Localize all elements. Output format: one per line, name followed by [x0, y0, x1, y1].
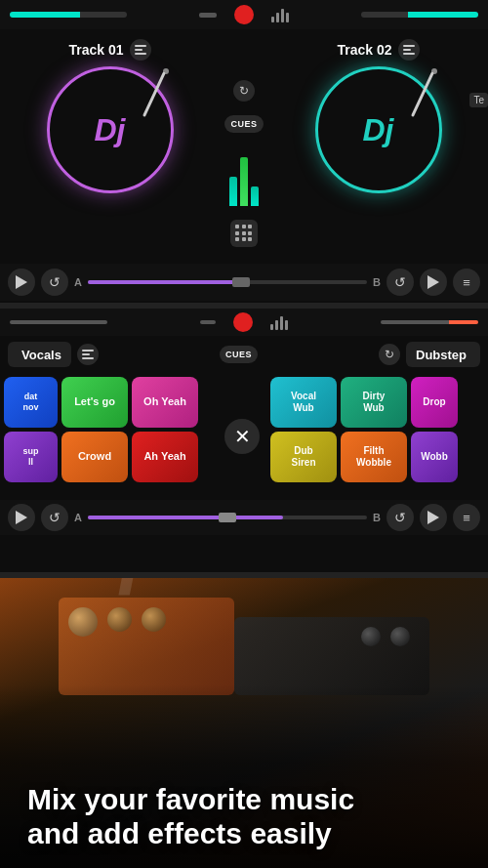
- grid-dot: [235, 231, 239, 235]
- pad-dub-siren[interactable]: DubSiren: [270, 432, 337, 482]
- pads-waveform-right: [381, 320, 478, 324]
- repeat-button-right-2[interactable]: ↺: [386, 504, 414, 531]
- pad-ah-yeah[interactable]: Ah Yeah: [132, 432, 198, 482]
- record-button[interactable]: [234, 5, 254, 24]
- knob-5: [361, 627, 381, 646]
- pads-left-column: datnov Let's go Oh Yeah supll Crowd Ah Y…: [4, 377, 214, 496]
- menu-icon: ≡: [463, 275, 470, 290]
- play-button-right[interactable]: [420, 269, 447, 296]
- pads-right-row-2: DubSiren FilthWobble Wobb: [270, 432, 484, 482]
- cues-button-pads[interactable]: CUES: [220, 346, 258, 363]
- grid-button[interactable]: [230, 220, 258, 247]
- cta-section: P Mix your favorite music and add effect…: [0, 578, 488, 868]
- pads-waveform-left: [10, 320, 107, 324]
- crossfader-handle-left[interactable]: [232, 277, 250, 287]
- grid-dot: [235, 225, 239, 228]
- deck-left: Track 01 Dj: [5, 34, 215, 264]
- repeat-button-left-2[interactable]: ↺: [41, 504, 68, 531]
- play-icon-right-2: [427, 511, 439, 524]
- sample-pads-section: Vocals CUES ↻ Dubstep datnov Let's go Oh…: [0, 309, 488, 572]
- eq-icon-left: [135, 45, 146, 55]
- crossfader-fill-left: [88, 280, 241, 284]
- pad-filth-wobble[interactable]: FilthWobble: [341, 432, 407, 482]
- pioneer-logo-letter: P: [117, 578, 169, 607]
- pads-top-bar: [0, 309, 488, 336]
- dj-label-left: Dj: [95, 112, 126, 148]
- pads-left-row-1: datnov Let's go Oh Yeah: [4, 377, 214, 428]
- grid-dot: [248, 231, 252, 235]
- deck-left-header: Track 01: [5, 34, 215, 61]
- grid-dot: [235, 237, 239, 241]
- label-a-2: A: [74, 512, 82, 523]
- cta-text-area: Mix your favorite music and add effects …: [0, 783, 488, 850]
- eq-button-right[interactable]: [398, 39, 420, 61]
- grid-dot: [242, 231, 246, 235]
- repeat-icon-left-2: ↺: [49, 510, 61, 525]
- pads-right-column: VocalWub DirtyWub Drop DubSiren FilthWob…: [270, 377, 484, 496]
- record-button-pads[interactable]: [233, 312, 253, 332]
- center-panel: ↻ CUES: [215, 34, 273, 264]
- headline-line2: and add effects easily: [27, 817, 332, 849]
- eq-button-left[interactable]: [130, 39, 151, 61]
- headline-line1: Mix your favorite music: [27, 783, 354, 815]
- crossfader-2[interactable]: [88, 516, 367, 519]
- eq-icon-pads: [82, 350, 94, 359]
- knob-1: [68, 607, 98, 637]
- vocals-label-bg: Vocals: [8, 342, 71, 367]
- pad-crowd[interactable]: Crowd: [61, 432, 128, 482]
- crossfader-handle-2[interactable]: [219, 513, 236, 522]
- dj-main-area: Track 01 Dj: [0, 29, 488, 264]
- play-button-left-2[interactable]: [8, 504, 35, 531]
- cues-button[interactable]: CUES: [224, 115, 263, 133]
- eq-button-pads[interactable]: [77, 344, 99, 365]
- play-button-right-2[interactable]: [420, 504, 447, 531]
- play-icon-left: [16, 275, 27, 289]
- cross-button[interactable]: ✕: [224, 419, 260, 454]
- pads-center-controls: [200, 312, 288, 332]
- eq-bar-2: [240, 157, 248, 206]
- play-button-left[interactable]: [8, 269, 35, 296]
- turntable-ring-left: Dj: [47, 66, 174, 193]
- pad-dirty-wub[interactable]: DirtyWub: [341, 377, 407, 428]
- grid-dot: [242, 237, 246, 241]
- deck-right-header: Track 02: [273, 34, 483, 61]
- grid-dot: [248, 237, 252, 241]
- pads-left-row-2: supll Crowd Ah Yeah: [4, 432, 214, 482]
- menu-button[interactable]: ≡: [453, 269, 480, 296]
- pad-wobble[interactable]: Wobb: [411, 432, 458, 482]
- label-a: A: [74, 276, 82, 288]
- repeat-icon-left: ↺: [49, 274, 61, 290]
- menu-button-2[interactable]: ≡: [453, 504, 480, 531]
- pads-header: Vocals CUES ↻ Dubstep: [0, 336, 488, 373]
- pads-grid-area: datnov Let's go Oh Yeah supll Crowd Ah Y…: [0, 373, 488, 500]
- dj-label-right: Dj: [363, 112, 394, 148]
- pad-lets-go[interactable]: Let's go: [61, 377, 128, 428]
- pad-sup-ll[interactable]: supll: [4, 432, 58, 482]
- pad-vocal-wub[interactable]: VocalWub: [270, 377, 337, 428]
- sync-button-left[interactable]: ↻: [233, 80, 255, 102]
- level-bars-icon: [271, 7, 289, 22]
- crossfader-left[interactable]: [88, 280, 367, 284]
- pad-dat-nov[interactable]: datnov: [4, 377, 58, 428]
- turntable-left[interactable]: Dj: [47, 66, 174, 193]
- eq-bars-center: [229, 147, 259, 206]
- waveform-right: [361, 12, 478, 18]
- eq-icon-right: [403, 45, 415, 55]
- level-bars-pads: [270, 314, 288, 330]
- grid-dot: [242, 225, 246, 228]
- turntable-right[interactable]: Dj: [315, 66, 442, 193]
- crossfader-fill-2: [88, 516, 283, 519]
- pads-cues-area: CUES: [104, 346, 373, 363]
- repeat-button-left[interactable]: ↺: [41, 269, 68, 296]
- pad-drop[interactable]: Drop: [411, 377, 458, 428]
- sync-button-pads[interactable]: ↻: [379, 344, 400, 365]
- eq-bar-1: [229, 177, 237, 206]
- label-b-2: B: [373, 512, 381, 523]
- knob-4: [390, 627, 410, 646]
- crossfader-handle: [199, 13, 217, 18]
- repeat-button-right[interactable]: ↺: [386, 269, 414, 296]
- pad-oh-yeah[interactable]: Oh Yeah: [132, 377, 198, 428]
- mini-handle-left: [200, 320, 216, 324]
- sync-icon-left: ↻: [239, 84, 249, 98]
- play-icon-left-2: [16, 511, 27, 524]
